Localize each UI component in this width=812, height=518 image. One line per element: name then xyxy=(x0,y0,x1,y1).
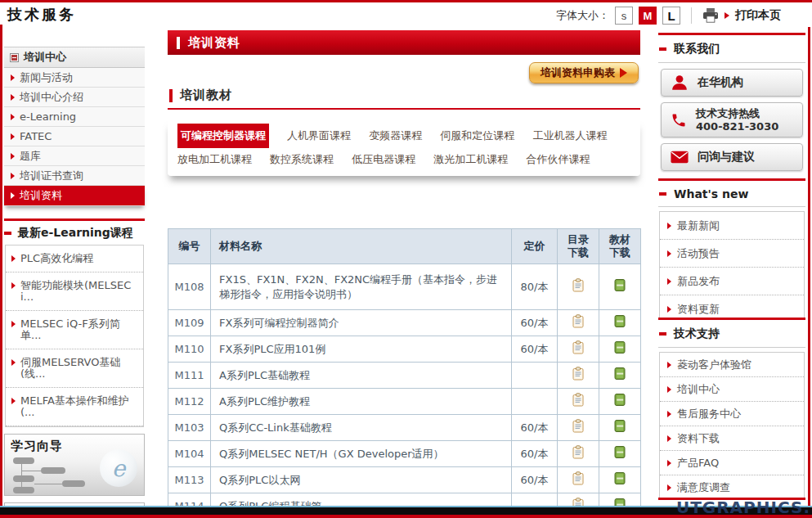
whats-new-link-events[interactable]: 活动预告 xyxy=(660,240,804,268)
china-offices-button[interactable]: 在华机构 xyxy=(661,69,803,97)
whats-new-box: What's new 最新新闻 活动预告 新品发布 资料更新 xyxy=(658,178,805,324)
support-link-after-sales[interactable]: 售后服务中心 xyxy=(660,402,804,426)
triangle-bullet-icon xyxy=(667,223,671,229)
clipboard-icon xyxy=(572,419,585,433)
book-icon xyxy=(613,314,626,328)
triangle-bullet-icon xyxy=(11,192,15,199)
support-link-product-faq[interactable]: 产品FAQ xyxy=(660,451,804,475)
sidebar-header-label: 培训中心 xyxy=(24,50,66,65)
left-sidebar: 培训中心 新闻与活动 培训中心介绍 e-Learning FATEC 题库 培训… xyxy=(4,47,145,518)
elearning-course-link[interactable]: PLC高效化编程 xyxy=(6,245,143,273)
header-id: 编号 xyxy=(168,229,211,264)
material-download-link[interactable] xyxy=(613,393,626,407)
material-download-link[interactable] xyxy=(613,278,626,292)
material-download-link[interactable] xyxy=(613,419,626,433)
tab-partner-course[interactable]: 合作伙伴课程 xyxy=(526,149,590,170)
inquiry-button[interactable]: 问询与建议 xyxy=(661,143,803,171)
tab-laser-course[interactable]: 激光加工机课程 xyxy=(433,149,508,170)
material-download-link[interactable] xyxy=(613,314,626,328)
font-size-small-button[interactable]: s xyxy=(615,7,633,25)
section-header: 培训教材 xyxy=(168,85,640,110)
sidebar-item-training-materials[interactable]: 培训资料 xyxy=(4,186,145,206)
tab-servo-positioning-course[interactable]: 伺服和定位课程 xyxy=(440,125,514,146)
catalog-download-link[interactable] xyxy=(572,340,585,354)
header-toolbar: 字体大小： s M L 打印本页 xyxy=(556,7,781,25)
font-size-medium-button[interactable]: M xyxy=(639,7,657,25)
catalog-download-link[interactable] xyxy=(572,445,585,459)
triangle-bullet-icon xyxy=(11,173,15,179)
triangle-bullet-icon xyxy=(667,306,671,313)
clipboard-icon xyxy=(572,278,585,292)
triangle-bullet-icon xyxy=(667,484,671,491)
support-link-satisfaction-survey[interactable]: 满意度调查 xyxy=(660,475,804,500)
learning-guide-banner[interactable]: 学习向导 e xyxy=(4,434,145,496)
order-form-button[interactable]: 培训资料申购表 xyxy=(529,62,639,83)
print-page-link[interactable]: 打印本页 xyxy=(735,8,781,23)
sidebar-item-fatec[interactable]: FATEC xyxy=(4,127,145,146)
material-download-link[interactable] xyxy=(613,445,626,459)
tech-support-box: 技术支持 菱动客户体验馆 培训中心 售后服务中心 资料下载 产品FAQ 满意度调… xyxy=(658,318,805,501)
red-dash-icon xyxy=(4,232,11,235)
support-link-training-center[interactable]: 培训中心 xyxy=(660,377,804,402)
font-size-large-button[interactable]: L xyxy=(662,7,680,25)
header-catalog-download: 目录下载 xyxy=(558,229,599,264)
header-name: 材料名称 xyxy=(211,229,512,264)
sidebar-item-label: 培训资料 xyxy=(20,188,62,203)
support-link-experience-hall[interactable]: 菱动客户体验馆 xyxy=(660,353,804,377)
catalog-download-link[interactable] xyxy=(572,471,585,485)
elearning-course-link[interactable]: MELFA基本操作和维护 (... xyxy=(6,388,143,426)
sidebar-item-label: 新闻与活动 xyxy=(20,70,73,85)
tab-plc-course[interactable]: 可编程控制器课程 xyxy=(177,124,269,148)
sidebar-item-elearning[interactable]: e-Learning xyxy=(4,107,145,127)
page: 技术服务 字体大小： s M L 打印本页 培训中心 新闻与活动 培训中心介绍 … xyxy=(0,0,812,518)
triangle-bullet-icon xyxy=(667,411,671,417)
material-download-link[interactable] xyxy=(613,367,626,381)
book-icon xyxy=(613,393,626,407)
table-row: M113 Q系列PLC以太网 60/本 xyxy=(168,467,641,493)
table-row: M112 A系列PLC维护教程 xyxy=(168,389,641,415)
sidebar-item-question-bank[interactable]: 题库 xyxy=(4,146,145,166)
tab-hmi-course[interactable]: 人机界面课程 xyxy=(287,125,351,146)
tab-edm-course[interactable]: 放电加工机课程 xyxy=(177,149,252,170)
elearning-course-link[interactable]: 智能功能模块(MELSEC i... xyxy=(6,273,143,311)
material-download-link[interactable] xyxy=(613,471,626,485)
book-icon xyxy=(613,471,626,485)
elearning-course-link[interactable]: 伺服MELSERVO基础(线... xyxy=(6,349,143,388)
hotline-button[interactable]: 技术支持热线 400-821-3030 xyxy=(661,102,803,137)
triangle-bullet-icon xyxy=(11,359,16,366)
sidebar-item-certificate-query[interactable]: 培训证书查询 xyxy=(4,166,145,186)
e-learning-ball-icon: e xyxy=(100,449,137,487)
catalog-download-link[interactable] xyxy=(572,419,585,433)
sidebar-item-center-intro[interactable]: 培训中心介绍 xyxy=(4,88,145,107)
material-download-link[interactable] xyxy=(613,340,626,354)
whats-new-link-new-products[interactable]: 新品发布 xyxy=(660,268,804,295)
sidebar-item-label: FATEC xyxy=(20,130,52,142)
support-link-downloads[interactable]: 资料下载 xyxy=(660,426,804,451)
toolbar-divider xyxy=(691,7,692,24)
elearning-course-link[interactable]: MELSEC iQ-F系列简单... xyxy=(6,311,143,349)
whats-new-link-news[interactable]: 最新新闻 xyxy=(660,212,804,240)
triangle-bullet-icon xyxy=(11,74,15,81)
page-header-banner: 培训资料 xyxy=(168,30,640,55)
catalog-download-link[interactable] xyxy=(572,393,585,407)
triangle-bullet-icon xyxy=(11,321,16,327)
collapse-icon xyxy=(10,53,19,62)
clipboard-icon xyxy=(572,393,585,407)
catalog-download-link[interactable] xyxy=(572,367,585,381)
whats-new-list: 最新新闻 活动预告 新品发布 资料更新 xyxy=(659,211,805,324)
sidebar-item-label: 题库 xyxy=(20,149,41,164)
tech-support-list: 菱动客户体验馆 培训中心 售后服务中心 资料下载 产品FAQ 满意度调查 xyxy=(659,352,805,501)
clipboard-icon xyxy=(572,340,585,354)
book-icon xyxy=(613,445,626,459)
book-icon xyxy=(613,278,626,292)
clipboard-icon xyxy=(572,367,585,381)
tab-industrial-robot-course[interactable]: 工业机器人课程 xyxy=(532,125,607,146)
tab-inverter-course[interactable]: 变频器课程 xyxy=(369,125,422,146)
catalog-download-link[interactable] xyxy=(572,314,585,328)
sidebar-header-training-center[interactable]: 培训中心 xyxy=(4,47,145,68)
tab-cnc-course[interactable]: 数控系统课程 xyxy=(270,149,334,170)
banner-bar-icon xyxy=(177,37,180,49)
sidebar-item-news[interactable]: 新闻与活动 xyxy=(4,68,145,88)
catalog-download-link[interactable] xyxy=(572,278,585,292)
tab-low-voltage-course[interactable]: 低压电器课程 xyxy=(352,149,415,170)
